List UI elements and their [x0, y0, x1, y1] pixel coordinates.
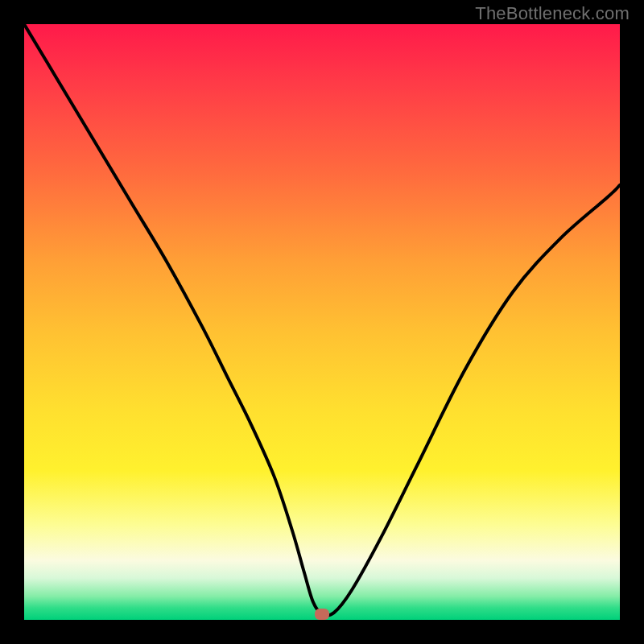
- watermark-text: TheBottleneck.com: [475, 3, 630, 24]
- curve-svg: [24, 24, 620, 620]
- bottleneck-curve: [24, 24, 620, 616]
- chart-frame: TheBottleneck.com: [0, 0, 644, 644]
- minimum-marker: [315, 609, 329, 620]
- plot-area: [24, 24, 620, 620]
